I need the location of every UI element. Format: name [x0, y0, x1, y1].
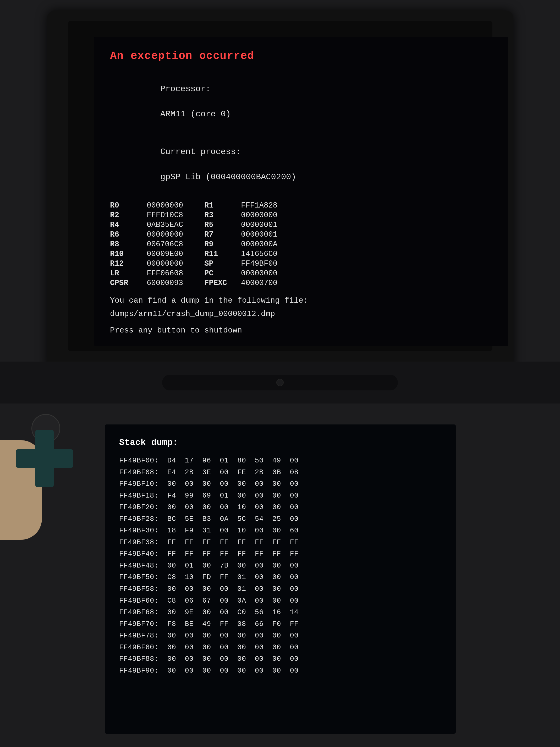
stack-row: FF49BF68: 00 9E 00 00 C0 56 16 14: [119, 607, 441, 618]
reg-pair-name: R9: [204, 240, 241, 249]
press-shutdown-text: Press any button to shutdown: [110, 326, 492, 335]
process-line: Current process: gpSP Lib (000400000BAC0…: [110, 133, 492, 196]
reg-name: R0: [110, 201, 147, 210]
stack-row: FF49BF90: 00 00 00 00 00 00 00 00: [119, 665, 441, 677]
register-grid: R0 00000000 R1 FFF1A828 R2 FFFD10C8 R3 0…: [110, 201, 492, 287]
reg-name: R10: [110, 250, 147, 258]
reg-pair-val: 141656C0: [241, 250, 277, 258]
reg-pair-val: 00000000: [241, 269, 277, 278]
reg-val: 0AB35EAC: [147, 221, 204, 229]
reg-pair-name: R5: [204, 221, 241, 229]
stack-row: FF49BF60: C8 06 67 00 0A 00 00 00: [119, 595, 441, 607]
register-row: R0 00000000 R1 FFF1A828: [110, 201, 492, 210]
reg-name: CPSR: [110, 279, 147, 287]
register-row: R2 FFFD10C8 R3 00000000: [110, 211, 492, 220]
stack-row: FF49BF18: F4 99 69 01 00 00 00 00: [119, 490, 441, 502]
reg-val: 00000000: [147, 259, 204, 268]
processor-label: Processor:: [160, 84, 211, 94]
error-title: An exception occurred: [110, 50, 492, 62]
register-row: R12 00000000 SP FF49BF00: [110, 259, 492, 268]
dpad-vertical: [35, 430, 54, 487]
reg-pair-name: R1: [204, 201, 241, 210]
stack-row: FF49BF38: FF FF FF FF FF FF FF FF: [119, 537, 441, 548]
stack-row: FF49BF00: D4 17 96 01 80 50 49 00: [119, 455, 441, 467]
stack-row: FF49BF20: 00 00 00 00 10 00 00 00: [119, 501, 441, 513]
stack-row: FF49BF48: 00 01 00 7B 00 00 00 00: [119, 560, 441, 572]
reg-pair-val: 00000001: [241, 221, 277, 229]
dump-text-1: You can find a dump in the following fil…: [110, 294, 492, 307]
device-body: An exception occurred Processor: ARM11 (…: [0, 0, 560, 747]
reg-pair-val: 0000000A: [241, 240, 277, 249]
process-spacer: [160, 160, 170, 169]
reg-val: 00000000: [147, 230, 204, 239]
register-row: R10 00009E00 R11 141656C0: [110, 250, 492, 258]
reg-pair-name: FPEXC: [204, 279, 241, 287]
dump-text-2: dumps/arm11/crash_dump_00000012.dmp: [110, 307, 492, 321]
stack-title: Stack dump:: [119, 438, 441, 447]
reg-pair-name: SP: [204, 259, 241, 268]
stack-row: FF49BF08: E4 2B 3E 00 FE 2B 0B 08: [119, 467, 441, 479]
reg-val: 006706C8: [147, 240, 204, 249]
reg-name: R4: [110, 221, 147, 229]
register-row: R4 0AB35EAC R5 00000001: [110, 221, 492, 229]
stack-row: FF49BF28: BC 5E B3 0A 5C 54 25 00: [119, 513, 441, 525]
reg-name: R12: [110, 259, 147, 268]
reg-pair-val: FFF1A828: [241, 201, 277, 210]
reg-val: FFFD10C8: [147, 211, 204, 220]
top-screen: An exception occurred Processor: ARM11 (…: [94, 37, 508, 346]
reg-pair-name: R11: [204, 250, 241, 258]
reg-pair-val: 00000001: [241, 230, 277, 239]
reg-name: R8: [110, 240, 147, 249]
reg-pair-val: 00000000: [241, 211, 277, 220]
reg-name: LR: [110, 269, 147, 278]
register-row: R6 00000000 R7 00000001: [110, 230, 492, 239]
reg-val: 00000000: [147, 201, 204, 210]
stack-row: FF49BF88: 00 00 00 00 00 00 00 00: [119, 653, 441, 665]
dpad: [16, 430, 73, 487]
reg-val: 60000093: [147, 279, 204, 287]
processor-value: ARM11 (core 0): [160, 109, 231, 119]
stack-dump-rows: FF49BF00: D4 17 96 01 80 50 49 00FF49BF0…: [119, 455, 441, 676]
top-screen-bezel: An exception occurred Processor: ARM11 (…: [68, 21, 492, 351]
reg-pair-val: 40000700: [241, 279, 277, 287]
reg-val: 00009E00: [147, 250, 204, 258]
processor-line: Processor: ARM11 (core 0): [110, 70, 492, 133]
reg-pair-name: R3: [204, 211, 241, 220]
reg-name: R6: [110, 230, 147, 239]
stack-row: FF49BF40: FF FF FF FF FF FF FF FF: [119, 548, 441, 560]
register-row: R8 006706C8 R9 0000000A: [110, 240, 492, 249]
reg-name: R2: [110, 211, 147, 220]
hinge-bar: [162, 375, 398, 390]
camera-dot: [276, 379, 284, 386]
processor-spacer: [160, 97, 206, 106]
hinge: [0, 362, 560, 404]
stack-row: FF49BF80: 00 00 00 00 00 00 00 00: [119, 642, 441, 653]
reg-val: FFF06608: [147, 269, 204, 278]
stack-row: FF49BF58: 00 00 00 00 01 00 00 00: [119, 583, 441, 595]
register-row: LR FFF06608 PC 00000000: [110, 269, 492, 278]
stack-row: FF49BF10: 00 00 00 00 00 00 00 00: [119, 478, 441, 490]
register-row: CPSR 60000093 FPEXC 40000700: [110, 279, 492, 287]
stack-row: FF49BF78: 00 00 00 00 00 00 00 00: [119, 630, 441, 642]
stack-row: FF49BF50: C8 10 FD FF 01 00 00 00: [119, 571, 441, 583]
bottom-screen: Stack dump: FF49BF00: D4 17 96 01 80 50 …: [105, 424, 456, 733]
process-label: Current process:: [160, 147, 241, 157]
stack-row: FF49BF70: F8 BE 49 FF 08 66 F0 FF: [119, 618, 441, 630]
process-value: gpSP Lib (000400000BAC0200): [160, 172, 296, 182]
reg-pair-name: PC: [204, 269, 241, 278]
stack-row: FF49BF30: 18 F9 31 00 10 00 00 60: [119, 525, 441, 537]
top-housing: An exception occurred Processor: ARM11 (…: [47, 10, 513, 372]
reg-pair-name: R7: [204, 230, 241, 239]
reg-pair-val: FF49BF00: [241, 259, 277, 268]
